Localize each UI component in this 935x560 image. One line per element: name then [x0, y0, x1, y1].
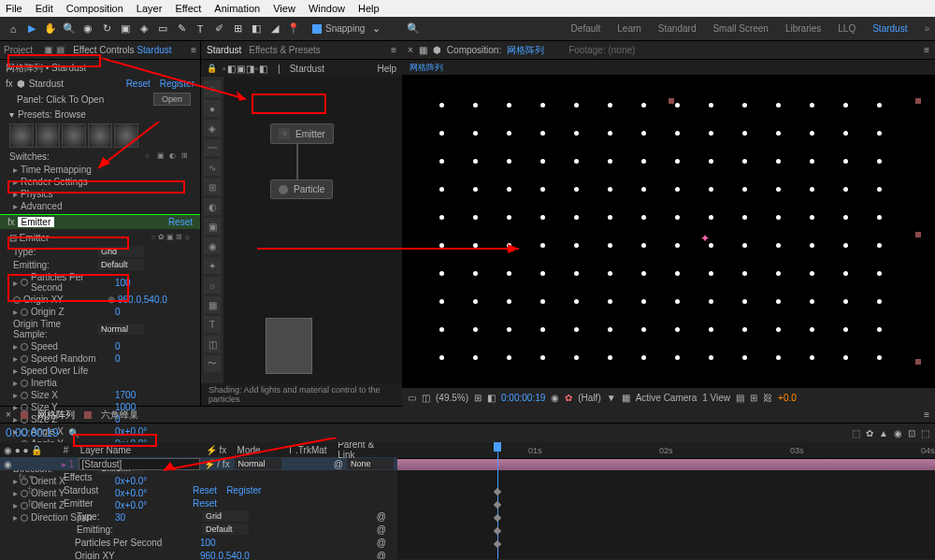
sr-value[interactable]: 0 — [115, 353, 121, 364]
bbox-handle[interactable] — [669, 98, 674, 104]
tl-tab-1[interactable]: 网格阵列 — [37, 409, 75, 422]
layer-1-name[interactable]: [Stardust] — [79, 458, 200, 470]
col-trkmat[interactable]: T .TrkMat — [287, 445, 334, 455]
col-mode[interactable]: Mode — [237, 445, 284, 455]
shape-tool-icon[interactable]: ▭ — [155, 22, 170, 36]
twirl-icon[interactable]: ▸ — [13, 341, 18, 352]
pen-tool-icon[interactable]: ✎ — [174, 22, 189, 36]
twirl-icon[interactable]: ▸ — [13, 366, 18, 376]
tl-emitter[interactable]: Emitter — [64, 498, 185, 509]
tl-reset[interactable]: Reset — [193, 498, 217, 509]
node-tool-turbulence-icon[interactable]: ∿ — [204, 159, 221, 176]
menu-help[interactable]: Help — [358, 3, 380, 14]
panel-ic1[interactable]: ▦ — [44, 46, 53, 55]
eraser-tool-icon[interactable]: ◧ — [249, 22, 264, 36]
time-remapping[interactable]: Time Remapping — [21, 165, 105, 175]
ws-small[interactable]: Small Screen — [712, 23, 768, 34]
parent-dropdown[interactable]: None — [347, 458, 394, 469]
tl-register[interactable]: Register — [226, 485, 261, 495]
stopwatch-icon[interactable] — [21, 355, 28, 363]
stopwatch-icon[interactable] — [21, 343, 28, 351]
node-icons[interactable]: ▫◧▣◨▫◧ — [223, 64, 268, 74]
rotate-tool-icon[interactable]: ↻ — [99, 22, 114, 36]
tl-effects[interactable]: Effects — [64, 472, 185, 482]
em-ic3[interactable]: ▣ — [166, 233, 174, 243]
ws-standard[interactable]: Standard — [658, 23, 697, 34]
advanced[interactable]: Advanced — [21, 201, 105, 211]
current-time[interactable]: 0:00:00:19 — [6, 426, 59, 439]
preset-swatch-2[interactable] — [36, 123, 60, 148]
panel-menu-icon[interactable]: ≡ — [391, 45, 396, 55]
twirl-icon[interactable]: ▸ — [13, 378, 18, 388]
stopwatch-icon[interactable] — [21, 309, 28, 316]
vp-ic10[interactable]: ⛓ — [763, 393, 772, 403]
zoom-tool-icon[interactable]: 🔍 — [62, 22, 77, 36]
cube-icon[interactable]: ⬢ — [433, 45, 441, 55]
tl-ic6[interactable]: ⬚ — [921, 428, 929, 438]
emitting-dropdown[interactable]: Default — [97, 259, 144, 270]
roto-tool-icon[interactable]: ◢ — [267, 22, 282, 36]
ws-default[interactable]: Default — [571, 23, 601, 34]
link-icon[interactable]: @ — [377, 524, 386, 535]
panel-menu-icon[interactable]: ≡ — [924, 409, 929, 420]
vp-ic5[interactable]: ◉ — [551, 393, 559, 403]
help-link[interactable]: Help — [377, 64, 396, 74]
tl-emitting-v[interactable]: Default — [202, 524, 249, 535]
node-tool-transform-icon[interactable]: ✦ — [204, 257, 221, 274]
node-tool-material-icon[interactable]: ◉ — [204, 237, 221, 254]
ws-more-icon[interactable]: » — [924, 23, 929, 34]
playhead-handle[interactable] — [494, 442, 501, 452]
presets-twirl-icon[interactable]: ▾ — [9, 109, 14, 120]
link-icon[interactable]: @ — [377, 538, 386, 548]
twirl-icon[interactable]: ▸ — [13, 165, 18, 175]
sw-ic2[interactable]: ▣ — [157, 151, 166, 161]
twirl-icon[interactable]: ▸ — [13, 201, 18, 211]
snap-opt-icon[interactable]: ⌄ — [368, 22, 383, 36]
puppet-tool-icon[interactable]: 📍 — [286, 22, 301, 36]
register-link[interactable]: Register — [160, 79, 194, 89]
type-tool-icon[interactable]: T — [193, 22, 208, 36]
node-tool-field-icon[interactable]: ⊞ — [204, 179, 221, 195]
ws-libraries[interactable]: Libraries — [785, 23, 821, 34]
vp-ic8[interactable]: ▤ — [736, 393, 744, 403]
emitter-node[interactable]: ⁘ Emitter — [270, 123, 334, 144]
lock-icon[interactable]: 🔒 — [207, 64, 217, 73]
comp-name[interactable]: 网格阵列 — [507, 44, 544, 57]
bbox-handle[interactable] — [915, 359, 921, 365]
home-icon[interactable]: ⌂ — [6, 22, 21, 36]
node-tool-replica-icon[interactable]: ◈ — [204, 120, 221, 136]
tl-oxy-v[interactable]: 960.0,540.0 — [200, 551, 250, 560]
hand-tool-icon[interactable]: ✋ — [43, 22, 58, 36]
em-ic1[interactable]: ○ — [151, 233, 156, 243]
node-tool-emitter-icon[interactable]: ⁘ — [204, 80, 221, 97]
vp-ic6[interactable]: ▼ — [607, 393, 616, 403]
particle-node[interactable]: Particle — [270, 179, 333, 199]
tl-ic2[interactable]: ✿ — [866, 428, 873, 438]
tl-pps-v[interactable]: 100 — [200, 538, 216, 548]
menu-window[interactable]: Window — [309, 3, 345, 14]
vp-ic9[interactable]: ⊞ — [750, 393, 757, 403]
stopwatch-icon[interactable] — [21, 404, 28, 411]
twirl-icon[interactable]: ▸ — [13, 390, 18, 400]
menu-file[interactable]: File — [6, 3, 22, 14]
tl-reset[interactable]: Reset — [193, 485, 217, 495]
link-icon[interactable]: @ — [377, 551, 386, 560]
em-ic2[interactable]: ✿ — [158, 233, 165, 243]
open-button[interactable]: Open — [153, 93, 191, 106]
em-ic4[interactable]: ⊞ — [176, 233, 182, 243]
resolution-dropdown[interactable]: (Half) — [578, 393, 600, 403]
node-tool-path-icon[interactable]: 〜 — [204, 355, 221, 372]
parent-pickwhip-icon[interactable]: @ — [334, 459, 343, 469]
node-tool-particle-icon[interactable]: ● — [204, 100, 221, 117]
sol-label[interactable]: Speed Over Life — [21, 366, 105, 376]
node-tool-aux-icon[interactable]: ◐ — [204, 198, 221, 215]
keyframe[interactable] — [494, 527, 501, 535]
twirl-icon[interactable]: ▸ — [13, 402, 18, 412]
brush-tool-icon[interactable]: ✐ — [211, 22, 226, 36]
stardust-effect-name[interactable]: Stardust — [29, 79, 122, 89]
preset-swatch-1[interactable] — [9, 123, 34, 148]
camera-tool-icon[interactable]: ▣ — [118, 22, 133, 36]
menu-effect[interactable]: Effect — [175, 3, 201, 14]
pan-behind-icon[interactable]: ◈ — [137, 22, 151, 36]
vp-ic2[interactable]: ◫ — [422, 393, 430, 403]
